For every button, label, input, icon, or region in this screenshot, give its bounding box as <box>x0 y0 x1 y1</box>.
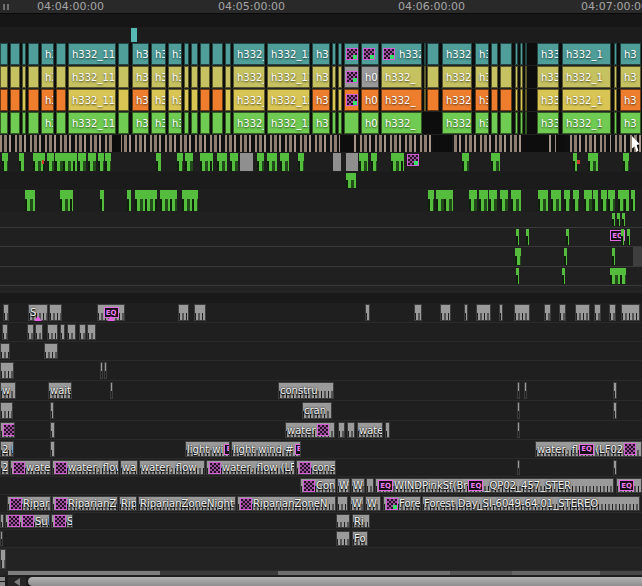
audio-clip[interactable] <box>3 304 9 321</box>
audio-clip[interactable]: EQWINDPinkSf(BrEQ_QP02_457_STER <box>375 478 614 493</box>
video-clip[interactable] <box>515 66 518 88</box>
audio-clip[interactable]: Riparia <box>7 496 51 511</box>
audio-fragment[interactable] <box>127 190 131 211</box>
audio-clip[interactable] <box>35 324 43 340</box>
audio-clip[interactable] <box>194 304 206 321</box>
video-clip[interactable]: h332_11 <box>68 112 116 134</box>
video-clip[interactable] <box>338 112 342 134</box>
audio-clip[interactable]: A <box>0 422 15 438</box>
video-clip[interactable] <box>184 112 189 134</box>
audio-fragment[interactable] <box>479 190 488 211</box>
video-clip[interactable] <box>338 89 342 111</box>
audio-fragment[interactable] <box>135 190 157 211</box>
audio-fragment[interactable] <box>584 190 592 211</box>
video-clip[interactable] <box>520 66 523 88</box>
audio-fragment[interactable] <box>617 213 620 226</box>
eq-icon[interactable]: EQ <box>619 480 634 491</box>
audio-clip[interactable] <box>524 382 527 399</box>
video-clip[interactable] <box>200 89 210 111</box>
video-clip[interactable]: h3 <box>475 112 489 134</box>
effect-icon[interactable] <box>624 443 636 455</box>
video-clip[interactable]: h0 <box>361 43 379 65</box>
video-clip[interactable]: h332_12 <box>267 89 310 111</box>
video-clip[interactable]: h3 <box>312 43 330 65</box>
audio-fragment[interactable] <box>346 173 356 188</box>
audio-clip[interactable] <box>517 402 520 419</box>
audio-fragment[interactable] <box>240 153 253 171</box>
video-clip[interactable] <box>525 43 527 65</box>
audio-clip[interactable] <box>613 382 617 399</box>
audio-clip[interactable] <box>50 402 54 419</box>
audio-clip[interactable] <box>613 402 617 419</box>
effect-icon[interactable] <box>317 424 329 436</box>
audio-fragment[interactable] <box>491 153 500 171</box>
video-clip[interactable] <box>520 112 523 134</box>
audio-clip[interactable] <box>0 531 3 546</box>
audio-fragment[interactable] <box>462 153 469 171</box>
video-clip[interactable]: h332_ <box>381 66 422 88</box>
audio-clip[interactable] <box>594 304 601 321</box>
audio-clip[interactable] <box>476 304 491 321</box>
marker[interactable] <box>577 160 580 164</box>
audio-fragment[interactable] <box>631 190 635 211</box>
video-clip[interactable] <box>28 43 39 65</box>
audio-fragment[interactable] <box>88 153 96 171</box>
video-clip[interactable] <box>491 66 498 88</box>
audio-clip[interactable] <box>67 324 76 340</box>
effect-icon[interactable] <box>363 48 375 60</box>
audio-fragment[interactable] <box>622 213 625 226</box>
audio-clip[interactable]: water, flow <box>139 460 205 475</box>
video-clip[interactable] <box>614 89 617 111</box>
audio-fragment[interactable] <box>564 190 570 211</box>
audio-clip[interactable]: 2 <box>0 460 9 475</box>
audio-clip[interactable]: wa <box>120 460 138 475</box>
video-clip[interactable]: h332_11 <box>68 43 116 65</box>
video-clip[interactable] <box>424 43 426 65</box>
video-clip[interactable]: h3 <box>168 112 182 134</box>
audio-fragment[interactable] <box>500 190 508 211</box>
audio-fragment[interactable] <box>78 153 86 171</box>
video-clip[interactable] <box>22 66 26 88</box>
audio-clip[interactable]: water, flow <box>52 460 119 475</box>
eq-icon[interactable]: EQ <box>378 480 393 491</box>
effect-icon[interactable] <box>54 515 66 527</box>
audio-fragment[interactable] <box>371 153 377 171</box>
audio-fragment[interactable] <box>564 248 567 265</box>
audio-clip[interactable]: W <box>337 478 350 493</box>
audio-clip[interactable] <box>50 441 55 457</box>
video-clip[interactable] <box>344 112 359 134</box>
video-clip[interactable] <box>56 66 66 88</box>
audio-fragment[interactable] <box>515 248 521 265</box>
audio-clip[interactable] <box>178 304 189 321</box>
video-clip[interactable]: h3 <box>168 66 182 88</box>
audio-fragment[interactable] <box>100 190 104 211</box>
eq-icon[interactable]: EQ <box>468 480 483 491</box>
video-clip[interactable]: h332_ <box>442 89 472 111</box>
video-clip[interactable] <box>525 89 527 111</box>
video-clip[interactable] <box>0 89 8 111</box>
video-clip[interactable]: h332_ <box>381 112 422 134</box>
audio-clip[interactable] <box>47 324 58 340</box>
audio-clip[interactable]: Su <box>51 514 73 528</box>
audio-fragment[interactable] <box>562 268 565 284</box>
marker[interactable] <box>42 160 44 164</box>
video-clip[interactable] <box>212 66 223 88</box>
audio-clip[interactable]: water, <box>10 460 51 475</box>
audio-clip[interactable]: constru <box>278 382 334 399</box>
video-clip[interactable] <box>22 43 26 65</box>
audio-clip[interactable] <box>621 304 640 321</box>
audio-fragment[interactable] <box>593 190 598 211</box>
video-clip[interactable] <box>525 66 527 88</box>
video-clip[interactable]: h3 <box>132 43 149 65</box>
audio-clip[interactable] <box>609 304 616 321</box>
audio-fragment[interactable] <box>526 229 529 245</box>
eq-icon[interactable]: EQ <box>295 444 300 455</box>
audio-fragment[interactable] <box>516 229 519 245</box>
audio-fragment[interactable] <box>217 153 227 171</box>
video-clip[interactable] <box>427 43 439 65</box>
video-clip[interactable] <box>500 66 512 88</box>
video-clip[interactable] <box>332 66 336 88</box>
video-clip[interactable] <box>614 43 617 65</box>
audio-clip[interactable]: water, flow (LF <box>206 460 295 475</box>
video-clip[interactable] <box>22 89 26 111</box>
